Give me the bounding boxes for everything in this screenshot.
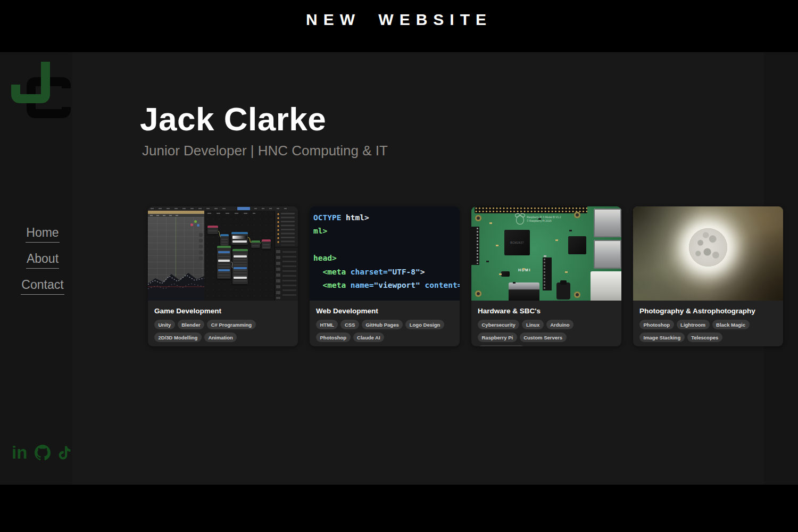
tag-pill: 2D/3D Modelling bbox=[154, 332, 202, 342]
github-icon[interactable] bbox=[35, 445, 51, 461]
card-title: Web Development bbox=[316, 307, 453, 315]
tag-pill: Custom Servers bbox=[520, 332, 567, 342]
card-web-development[interactable]: OCTYPE html>ml> head> <meta charset="UTF… bbox=[310, 206, 460, 346]
smd-components bbox=[489, 222, 492, 224]
nav-link-about[interactable]: About bbox=[26, 252, 59, 269]
tag-pill: Blender bbox=[178, 320, 204, 329]
blender-outliner-panel bbox=[275, 211, 298, 301]
code-line: <meta charset="UTF-8"> bbox=[313, 265, 460, 279]
usb-controller-chip bbox=[568, 236, 586, 254]
tag-pill: Photoshop bbox=[639, 320, 674, 329]
tag-pill: Lightroom bbox=[677, 320, 710, 329]
full-moon bbox=[689, 228, 727, 267]
nav-link-contact[interactable]: Contact bbox=[21, 278, 64, 295]
main-content: Jack Clarke Junior Developer | HNC Compu… bbox=[0, 52, 798, 485]
tag-pill: GitHub Pages bbox=[362, 320, 403, 329]
broadcom-soc-chip: BCM2837 bbox=[504, 230, 530, 255]
card-tags: PhotoshopLightroomBlack MagicImage Stack… bbox=[639, 320, 777, 342]
av-jack bbox=[556, 282, 570, 300]
tag-pill: Black Magic bbox=[712, 320, 750, 329]
tag-pill: Cybersecurity bbox=[478, 320, 519, 329]
board-silkscreen-text: Raspberry Pi 3 Model B V1.2 © Raspberry … bbox=[527, 215, 561, 222]
terrain-mesh bbox=[148, 259, 204, 301]
code-line bbox=[313, 238, 460, 252]
hero-tagline: Junior Developer | HNC Computing & IT bbox=[142, 143, 388, 159]
card-hardware-sbc[interactable]: Raspberry Pi 3 Model B V1.2 © Raspberry … bbox=[471, 206, 621, 346]
ethernet-port bbox=[591, 271, 621, 301]
card-title: Hardware & SBC's bbox=[478, 307, 615, 315]
tag-pill: Arduino bbox=[546, 320, 573, 329]
tag-pill: Image Stacking bbox=[639, 332, 685, 342]
gpio-header bbox=[475, 206, 587, 213]
card-tags: UnityBlenderC# Programming2D/3D Modellin… bbox=[154, 320, 292, 342]
blender-node-editor bbox=[204, 211, 275, 301]
tag-pill: Linux bbox=[522, 320, 543, 329]
usb-port bbox=[594, 209, 621, 237]
top-banner: NEW WEBSITE bbox=[0, 0, 798, 52]
tag-pill: Claude AI bbox=[353, 332, 384, 342]
jc-monogram-icon bbox=[10, 61, 72, 121]
photography-card-image bbox=[633, 206, 783, 301]
blender-menubar bbox=[148, 206, 298, 211]
code-line: OCTYPE html> bbox=[313, 211, 460, 225]
nav-link-home[interactable]: Home bbox=[26, 226, 59, 243]
banner-title: NEW WEBSITE bbox=[0, 0, 798, 29]
tag-pill: Raspberry Pi bbox=[478, 332, 517, 342]
social-links: in bbox=[12, 444, 71, 461]
card-game-development[interactable]: Game Development UnityBlenderC# Programm… bbox=[148, 206, 298, 346]
blender-3d-viewport bbox=[148, 211, 204, 301]
card-photography-astrophotography[interactable]: Photography & Astrophotography Photoshop… bbox=[633, 206, 783, 346]
tag-pill: Microcontrollers bbox=[478, 345, 525, 346]
tag-pill: Telescopes bbox=[687, 332, 722, 342]
tag-pill: CSS bbox=[340, 320, 359, 329]
tag-pill: C# Programming bbox=[207, 320, 256, 329]
bottom-strip bbox=[0, 485, 798, 532]
tag-pill: Unity bbox=[154, 320, 175, 329]
code-line: head> bbox=[313, 252, 460, 265]
linkedin-icon[interactable]: in bbox=[12, 444, 27, 461]
camera-connector bbox=[543, 257, 552, 290]
tiktok-icon[interactable] bbox=[58, 445, 71, 460]
jc-logo[interactable] bbox=[10, 61, 72, 121]
tag-pill: Photoshop bbox=[316, 332, 351, 342]
node-wires bbox=[204, 211, 275, 301]
viewport-gizmo-icon bbox=[190, 220, 200, 230]
card-tags: CybersecurityLinuxArduinoRaspberry PiCus… bbox=[478, 320, 615, 346]
hdmi-label: HDMI bbox=[518, 268, 531, 272]
display-connector bbox=[471, 227, 479, 265]
tag-pill: HTML bbox=[316, 320, 338, 329]
card-title: Game Development bbox=[154, 307, 292, 315]
card-title: Photography & Astrophotography bbox=[639, 307, 777, 315]
sidebar-nav: Home About Contact bbox=[16, 226, 69, 304]
tag-pill: Animation bbox=[204, 332, 237, 342]
game-development-card-image bbox=[148, 206, 298, 301]
hardware-card-image: Raspberry Pi 3 Model B V1.2 © Raspberry … bbox=[471, 206, 621, 301]
hdmi-port bbox=[509, 282, 539, 301]
code-line: <meta name="viewport" content="wi bbox=[313, 279, 460, 292]
page-title: Jack Clarke bbox=[140, 100, 326, 138]
code-line: ml> bbox=[313, 225, 460, 238]
web-development-card-image: OCTYPE html>ml> head> <meta charset="UTF… bbox=[310, 206, 460, 301]
viewport-toolbar-icons bbox=[199, 233, 203, 262]
raspberry-pi-logo-icon bbox=[516, 215, 524, 225]
tag-pill: Logo Design bbox=[405, 320, 444, 329]
card-tags: HTMLCSSGitHub PagesLogo DesignPhotoshopC… bbox=[316, 320, 453, 342]
usb-port bbox=[594, 240, 621, 269]
